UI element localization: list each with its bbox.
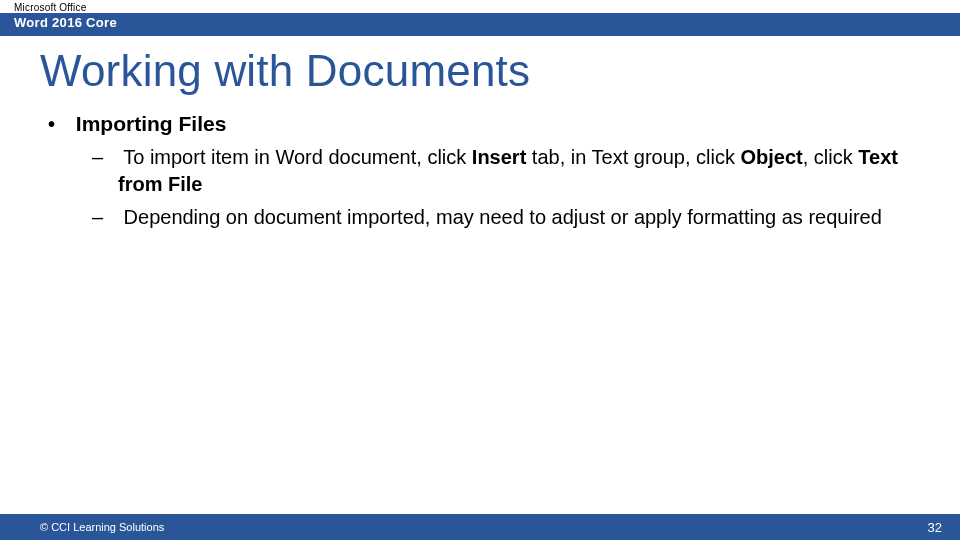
page-number: 32 (928, 520, 942, 535)
bold-run-object: Object (741, 146, 803, 168)
text-run: , click (803, 146, 859, 168)
text-run: tab, in Text group, click (526, 146, 740, 168)
slide-header: Microsoft Office Word 2016 Core (0, 0, 960, 36)
text-run: To import item in Word document, click (123, 146, 472, 168)
bullet-level1-text: Importing Files (76, 112, 227, 135)
slide-title: Working with Documents (0, 36, 960, 110)
bullet-level2-item: To import item in Word document, click I… (92, 144, 920, 198)
slide-footer: © CCI Learning Solutions 32 (0, 514, 960, 540)
brand-label: Microsoft Office (0, 0, 960, 13)
text-run: Depending on document imported, may need… (124, 206, 882, 228)
bullet-level1: Importing Files To import item in Word d… (48, 110, 920, 231)
product-label: Word 2016 Core (0, 13, 960, 36)
copyright-label: © CCI Learning Solutions (40, 521, 164, 533)
slide-content: Importing Files To import item in Word d… (0, 110, 960, 231)
bullet-level2-item: Depending on document imported, may need… (92, 204, 920, 231)
bold-run-insert: Insert (472, 146, 526, 168)
